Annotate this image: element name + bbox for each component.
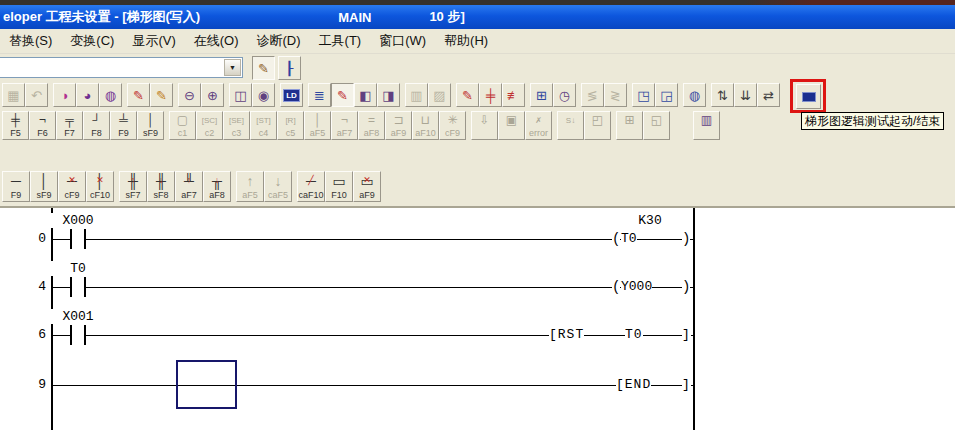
close-contact-button[interactable]: ¬F6 <box>29 111 56 140</box>
project-tree-icon[interactable]: ┠ <box>278 56 301 80</box>
menu-item-4[interactable]: 诊断(D) <box>248 29 310 53</box>
find-instruction-icon[interactable]: ◍ <box>99 83 122 107</box>
accent-mark: ✕ <box>67 173 77 188</box>
contact-t0[interactable] <box>66 277 90 297</box>
open-contact-glyph: ╪ <box>11 114 20 127</box>
pulse-rise-branch-button[interactable]: ╨↑aF7 <box>175 171 203 202</box>
device-toolbar: ▼ ✎┠ <box>0 54 955 80</box>
rst-operand[interactable]: T0 <box>625 327 643 343</box>
delete-box-glyph: ▭✕ <box>360 174 373 189</box>
window-tile-icon[interactable]: ◲ <box>655 83 678 107</box>
zoom-search-alt-icon[interactable]: ⊕ <box>201 83 224 107</box>
replace-instruction-icon[interactable]: ✎ <box>150 83 173 107</box>
accent-mark: ↑ <box>184 173 194 188</box>
window-cascade-icon[interactable]: ◳ <box>632 83 655 107</box>
project-search-icon[interactable]: ◍ <box>683 83 706 107</box>
device-test-icon[interactable]: ✎ <box>456 83 479 107</box>
pulse-fall-branch-button[interactable]: ╥↓aF8 <box>203 171 231 202</box>
statement-edit-icon[interactable]: ◧ <box>354 83 377 107</box>
note-edit-icon[interactable]: ◨ <box>377 83 400 107</box>
device-combo[interactable]: ▼ <box>0 57 243 78</box>
close-branch-button[interactable]: ┘F8 <box>83 111 110 140</box>
program-check-glyph: ⊞ <box>536 88 547 103</box>
toolbar-group: ▦↶ <box>2 83 48 107</box>
key-label: sF9 <box>36 191 51 200</box>
key-label: F9 <box>118 129 129 138</box>
clock-setting-icon[interactable]: ◷ <box>553 83 576 107</box>
device-combo-input[interactable] <box>0 59 219 76</box>
menu-item-6[interactable]: 窗口(W) <box>370 29 435 53</box>
program-list-icon[interactable]: ▥ <box>693 111 720 140</box>
find-glyph: ◑ <box>61 88 69 103</box>
logic-test-tooltip: 梯形图逻辑测试起动/结束 <box>801 112 944 130</box>
program-list-glyph: ▥ <box>701 114 712 127</box>
delete-box-button[interactable]: ▭✕aF9 <box>353 171 381 202</box>
split-window-icon[interactable]: ◫ <box>229 83 252 107</box>
open-contact-button[interactable]: ╪F5 <box>2 111 29 140</box>
pulse-fall-branch-glyph: ╥↓ <box>212 174 222 189</box>
menu-item-3[interactable]: 在线(O) <box>185 29 248 53</box>
coil-button[interactable]: ╧F9 <box>110 111 137 140</box>
zoom-search-glyph: ⊖ <box>184 88 195 103</box>
ladder-logic-test-button[interactable] <box>796 84 821 109</box>
vertical-line-a-button[interactable]: │sF9 <box>137 111 164 140</box>
title-bar: eloper 工程未设置 - [梯形图(写入) MAIN 10 步] <box>0 5 955 29</box>
toolbar-group: ≶≷ <box>581 83 627 107</box>
s1s9-jump-icon: S↓ <box>557 111 584 140</box>
find-icon[interactable]: ◑ <box>53 83 76 107</box>
contact-label: T0 <box>50 261 106 276</box>
cF9-delete-button: ✳cF9 <box>439 111 466 140</box>
hline-delete-button[interactable]: ─✕cF9 <box>58 171 86 202</box>
vline-draw-button[interactable]: │sF9 <box>30 171 58 202</box>
coil-y000[interactable]: Y000 <box>621 279 652 295</box>
key-label: aF7 <box>181 191 197 200</box>
edit-cursor-box[interactable] <box>176 360 237 409</box>
program-check-icon[interactable]: ⊞ <box>530 83 553 107</box>
replace-device-glyph: ✎ <box>133 88 144 103</box>
replace-device-icon[interactable]: ✎ <box>127 83 150 107</box>
aF5-contact-button: │aF5 <box>304 111 331 140</box>
ladder-mode-icon[interactable]: LD <box>280 83 303 107</box>
step-number: 6 <box>18 327 46 343</box>
circuit-preview-icon[interactable]: ◉ <box>252 83 275 107</box>
pulse-fall-contact-button[interactable]: ╫↓sF8 <box>147 171 175 202</box>
circuit-preview-glyph: ◉ <box>258 88 269 103</box>
coil-t0[interactable]: T0 <box>621 231 637 247</box>
menu-item-5[interactable]: 工具(T) <box>310 29 371 53</box>
key-label: aF5 <box>310 129 326 138</box>
invert-operation-button[interactable]: ─╱caF10 <box>297 171 325 202</box>
rung-wire <box>52 239 694 240</box>
ladder-editor[interactable]: 0 X000 K30 ( T0 ) 4 T0 ( Y000 ) 6 <box>0 206 955 430</box>
contact-x001[interactable] <box>66 325 90 345</box>
key-label: cF9 <box>64 191 79 200</box>
vline-delete-button[interactable]: │✕cF10 <box>86 171 114 202</box>
hline-write-button[interactable]: ▭F10 <box>325 171 353 202</box>
key-label: sF7 <box>125 191 140 200</box>
sort-descending-icon[interactable]: ⇊ <box>734 83 757 107</box>
sort-swap-icon[interactable]: ⇄ <box>757 83 780 107</box>
zoom-search-icon[interactable]: ⊖ <box>178 83 201 107</box>
open-branch-button[interactable]: ╤F7 <box>56 111 83 140</box>
find-device-icon[interactable]: ◕ <box>76 83 99 107</box>
right-power-rail <box>693 208 695 430</box>
comment-edit-icon[interactable]: ✎ <box>331 83 354 107</box>
instruction-list-icon[interactable]: ≣ <box>308 83 331 107</box>
device-batch-monitor-icon[interactable]: ╪ <box>479 83 502 107</box>
end-instruction[interactable]: [END <box>616 377 651 393</box>
comment-create-icon[interactable]: ✎ <box>252 56 275 80</box>
rst-instruction[interactable]: [RST <box>549 327 584 343</box>
pulse-rise-contact-button[interactable]: ╫↑sF7 <box>119 171 147 202</box>
hline-draw-button[interactable]: ─F9 <box>2 171 30 202</box>
clock-setting-glyph: ◷ <box>559 88 570 103</box>
key-label: aF9 <box>359 191 375 200</box>
sort-ascending-icon[interactable]: ⇅ <box>711 83 734 107</box>
contact-x000[interactable] <box>66 229 90 249</box>
close-branch-glyph: ┘ <box>92 114 101 127</box>
sort-swap-glyph: ⇄ <box>763 88 774 103</box>
menu-item-7[interactable]: 帮助(H) <box>435 29 497 53</box>
menu-item-1[interactable]: 变换(C) <box>61 29 123 53</box>
menu-item-0[interactable]: 替换(S) <box>0 29 61 53</box>
menu-item-2[interactable]: 显示(V) <box>123 29 184 53</box>
combo-dropdown-icon[interactable]: ▼ <box>224 59 241 76</box>
device-skip-icon[interactable]: ≢ <box>502 83 525 107</box>
